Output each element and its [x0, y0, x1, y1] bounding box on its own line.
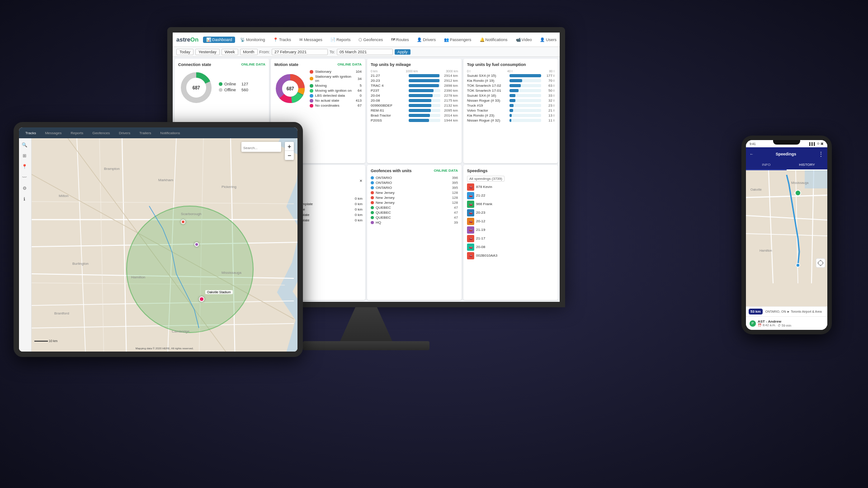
motion-item-no-state: No actual state 413: [310, 99, 362, 103]
map-pin-2[interactable]: [194, 242, 199, 247]
speed-item-2: 🚗 966 Frank: [467, 201, 554, 208]
wifi-icon: ⊙: [817, 142, 820, 145]
nav-units[interactable]: 🚗 Units: [561, 37, 565, 43]
phone-speed-badge: 53 km: [749, 309, 763, 314]
svg-text:Pickering: Pickering: [222, 185, 236, 189]
pin-popup: Oakville Stadium: [205, 290, 233, 294]
apply-button[interactable]: Apply: [395, 49, 410, 55]
sidebar-icon-route[interactable]: 〰: [20, 173, 29, 182]
speedings-filter[interactable]: All speedings (3739): [467, 176, 505, 182]
tablet-map[interactable]: Brampton Markham Milton Pickering Scarbo…: [32, 138, 297, 352]
filter-today[interactable]: Today: [176, 49, 193, 55]
online-dot: [219, 82, 222, 86]
tablet-device: Tracks Messages Reports Geofences Driver…: [14, 122, 303, 357]
geo-item-9: HQ39: [371, 221, 458, 225]
monitor-base: [303, 341, 429, 350]
phone-dest-name: AST - Andrew: [758, 319, 791, 324]
sidebar-icon-layers[interactable]: ⊞: [20, 151, 29, 160]
sidebar-icon-search[interactable]: 🔍: [20, 140, 29, 149]
motion-donut: 687: [274, 73, 306, 104]
svg-text:Brantford: Brantford: [54, 311, 69, 315]
from-label: From:: [259, 50, 270, 54]
speed-avatar-5: 🚗: [467, 226, 474, 234]
mileage-item-8: Brad-Tractor2014 km: [371, 113, 458, 117]
filter-week[interactable]: Week: [222, 49, 238, 55]
map-pin-1[interactable]: [181, 220, 185, 224]
fuel-list: Suzuki SX4 (# 15)177 l Kia Rondo (# 19)7…: [467, 74, 554, 122]
phone-status-icons: ▌▌▌ ⊙ ▣: [809, 142, 824, 145]
nav-drivers[interactable]: 👤 Drivers: [414, 37, 439, 43]
geofences-title: Geofences with units ONLINE DATA: [371, 169, 458, 173]
units-close-btn[interactable]: ✕: [359, 179, 363, 183]
tablet-nav-drivers[interactable]: Drivers: [116, 130, 133, 136]
nav-dashboard[interactable]: 📊 Dashboard: [203, 37, 235, 43]
fuel-item-2: TOK Smartech 17-0263 l: [467, 84, 554, 88]
motion-item-lbs: LBS detected data 0: [310, 94, 362, 98]
motion-list: Stationary 104 Stationary with ignition …: [310, 70, 362, 108]
nav-geofences[interactable]: ⬡ Geofences: [355, 37, 386, 43]
fuel-item-5: Nissan Rogue (# 33)32 l: [467, 99, 554, 103]
svg-text:Scarborough: Scarborough: [181, 212, 202, 216]
speed-item-4: 🚗 20-12: [467, 218, 554, 225]
zoom-in[interactable]: +: [285, 142, 294, 151]
phone-menu-icon[interactable]: ⋮: [818, 151, 824, 157]
phone-bottom-card: P AST - Andrew ⏰ 8:42 a.m. ⏱ 59 min: [746, 316, 827, 330]
geo-item-4: New Jersey128: [371, 196, 458, 200]
speed-item-7: 🚗 20-08: [467, 244, 554, 251]
offline-dot: [219, 88, 222, 92]
nav-routes[interactable]: 🗺 Routes: [388, 37, 412, 43]
nav-passengers[interactable]: 👥 Passengers: [441, 37, 475, 43]
map-scale: 10 km: [34, 339, 57, 343]
svg-text:Oakville: Oakville: [750, 188, 762, 191]
phone-tab-info[interactable]: INFO: [746, 161, 787, 169]
fuel-item-8: Kia Rondo (# 23)13 l: [467, 113, 554, 117]
phone-speed-strip: 53 km ONTARIO, ON ► Toronto Airport & Ar…: [746, 306, 827, 316]
map-search-input[interactable]: [243, 146, 279, 150]
nav-messages[interactable]: ✉ Messages: [296, 37, 326, 43]
connection-legend: Online 127 Offline 560: [219, 82, 248, 94]
tablet-nav-tracks[interactable]: Tracks: [23, 130, 39, 136]
tablet-nav-trailers[interactable]: Trailers: [137, 130, 154, 136]
filter-month[interactable]: Month: [240, 49, 258, 55]
speed-item-8: 🚗 002B010AA3: [467, 252, 554, 259]
svg-point-49: [796, 263, 800, 267]
from-date-input[interactable]: [272, 49, 328, 55]
mileage-item-5: 20-082175 km: [371, 99, 458, 103]
connection-donut-chart: 687: [178, 70, 214, 106]
sidebar-icon-settings[interactable]: ⚙: [20, 183, 29, 192]
fuel-axis: 0 l40 l80 l: [467, 70, 554, 73]
phone-tab-history[interactable]: HISTORY: [787, 161, 827, 170]
nav-notifications[interactable]: 🔔 Notifications: [476, 37, 511, 43]
motion-item-moving: Moving 5: [310, 84, 362, 88]
fuel-item-1: Kia Rondo (# 19)70 l: [467, 79, 554, 83]
sidebar-icon-info[interactable]: ℹ: [20, 194, 29, 203]
nav-monitoring[interactable]: 📡 Monitoring: [237, 37, 268, 43]
phone-notch: [773, 140, 800, 145]
to-date-input[interactable]: [337, 49, 393, 55]
connection-donut-wrapper: 687 Online 127 Offline: [178, 70, 265, 106]
tablet-nav-notifications[interactable]: Notifications: [158, 130, 183, 136]
phone-duration-info: ⏱ 59 min: [778, 324, 791, 327]
tablet-nav-messages[interactable]: Messages: [42, 130, 64, 136]
phone-header-title: Speedings: [776, 152, 797, 156]
filter-yesterday[interactable]: Yesterday: [195, 49, 220, 55]
phone-time-info: ⏰ 8:42 a.m.: [758, 324, 776, 327]
nav-reports[interactable]: 📄 Reports: [327, 37, 354, 43]
logo-highlight: On: [190, 36, 198, 43]
nav-video[interactable]: 📹 Video: [513, 37, 535, 43]
speed-item-1: 🚗 21-22: [467, 192, 554, 199]
zoom-out[interactable]: −: [285, 151, 294, 160]
geo-item-6: QUEBEC47: [371, 206, 458, 210]
nav-tracks[interactable]: 📍 Tracks: [270, 37, 294, 43]
svg-text:Mississauga: Mississauga: [222, 271, 242, 275]
tablet-nav-geofences[interactable]: Geofences: [90, 130, 113, 136]
sidebar-icon-pin[interactable]: 📍: [20, 162, 29, 171]
svg-text:Brampton: Brampton: [104, 167, 120, 171]
nav-users[interactable]: 👤 Users: [537, 37, 560, 43]
mileage-item-3: P23T2390 km: [371, 89, 458, 93]
tablet-nav-reports[interactable]: Reports: [68, 130, 86, 136]
map-pin-3[interactable]: Oakville Stadium: [199, 296, 204, 302]
phone-map[interactable]: Oakville Mississauga Hamilton P: [746, 170, 827, 306]
fuel-item-4: Suzuki SX4 (# 16)33 l: [467, 94, 554, 98]
phone-back-icon[interactable]: ←: [750, 152, 754, 156]
